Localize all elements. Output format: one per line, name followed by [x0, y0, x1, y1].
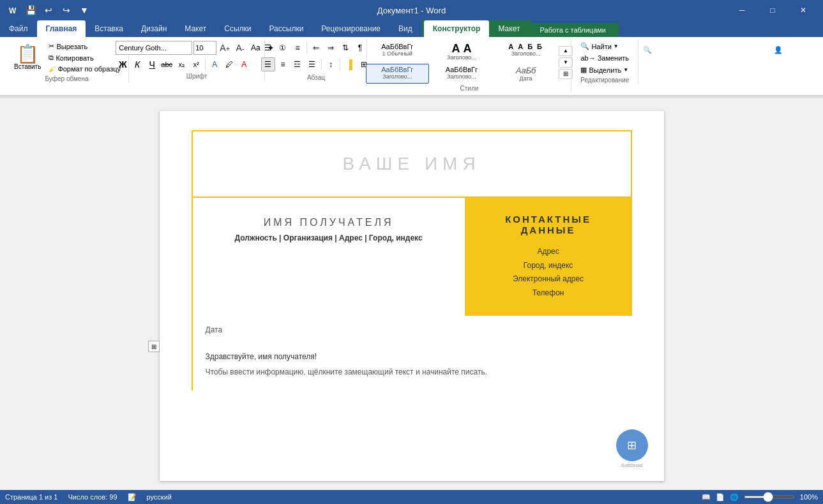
contact-phone[interactable]: Телефон	[478, 286, 619, 300]
replace-label: Заменить	[598, 54, 629, 62]
select-button[interactable]: ▦ Выделить ▼	[577, 64, 633, 75]
date-field[interactable]: Дата	[206, 325, 619, 334]
maximize-btn[interactable]: □	[758, 0, 787, 20]
contact-email[interactable]: Электронный адрес	[478, 272, 619, 286]
read-mode-icon[interactable]: 📖	[702, 493, 711, 501]
multilevel-btn[interactable]: ≡	[291, 41, 305, 55]
web-layout-icon[interactable]: 🌐	[730, 493, 739, 501]
replace-button[interactable]: ab→ Заменить	[577, 53, 633, 63]
sort-btn[interactable]: ⇅	[338, 41, 352, 55]
font-size-increase-btn[interactable]: A+	[218, 41, 232, 55]
scissors-icon: ✂	[49, 42, 54, 50]
tab-review[interactable]: Рецензирование	[312, 20, 389, 37]
italic-btn[interactable]: К	[130, 57, 144, 71]
contact-address[interactable]: Адрес	[478, 245, 619, 259]
search-icon: 🔍	[643, 46, 652, 54]
change-case-btn[interactable]: Aa	[248, 41, 262, 55]
style-date[interactable]: АаБб Дата	[494, 64, 557, 84]
styles-more[interactable]: ⊞	[559, 69, 573, 79]
tab-home[interactable]: Главная	[37, 20, 86, 37]
contact-cell: КОНТАКТНЫЕ ДАННЫЕ Адрес Город, индекс Эл…	[465, 198, 632, 316]
format-paint-button[interactable]: 🖌 Формат по образцу	[46, 64, 123, 74]
find-icon: 🔍	[580, 42, 589, 50]
font-size-input[interactable]	[193, 41, 216, 55]
your-name-text[interactable]: ВАШЕ ИМЯ	[206, 154, 618, 174]
quick-access-dropdown[interactable]: ▼	[77, 3, 92, 18]
svg-text:W: W	[9, 6, 17, 15]
style-heading4[interactable]: АаБбВвГг Заголово...	[430, 64, 494, 84]
print-layout-icon[interactable]: 📄	[716, 493, 725, 501]
align-right-btn[interactable]: ☲	[291, 57, 305, 71]
font-color-btn[interactable]: A	[237, 57, 251, 71]
tab-constructor[interactable]: Конструктор	[424, 20, 490, 37]
content-area: ⊞ ВАШЕ ИМЯ ИМЯ ПОЛУЧАТЕЛЯ Должность | Ор…	[0, 98, 823, 490]
zoom-slider[interactable]	[744, 496, 795, 498]
body-table: ИМЯ ПОЛУЧАТЕЛЯ Должность | Организация |…	[192, 198, 632, 316]
cut-label: Вырезать	[56, 43, 87, 50]
recipient-cell: ИМЯ ПОЛУЧАТЕЛЯ Должность | Организация |…	[192, 198, 465, 316]
zoom-level: 100%	[800, 493, 818, 501]
cut-button[interactable]: ✂ Вырезать	[46, 41, 123, 52]
greeting-text[interactable]: Здравствуйте, имя получателя!	[206, 352, 619, 361]
clipboard-group: 📋 Вставить ✂ Вырезать ⧉ Копировать 🖌 Фор…	[5, 40, 129, 83]
increase-indent-btn[interactable]: ⇒	[324, 41, 338, 55]
font-size-decrease-btn[interactable]: A-	[233, 41, 247, 55]
justify-btn[interactable]: ☰	[305, 57, 319, 71]
tab-insert[interactable]: Вставка	[86, 20, 132, 37]
minimize-btn[interactable]: ─	[727, 0, 757, 20]
font-name-input[interactable]	[116, 41, 192, 55]
show-marks-btn[interactable]: ¶	[353, 41, 367, 55]
text-effect-btn[interactable]: A	[208, 57, 222, 71]
style-heading3[interactable]: АаБбВвГг Заголово...	[366, 64, 429, 84]
table-tools-text: Работа с таблицами	[540, 26, 606, 34]
redo-btn[interactable]: ↪	[59, 3, 74, 18]
paste-button[interactable]: 📋 Вставить	[10, 41, 45, 74]
underline-btn[interactable]: Ч	[145, 57, 159, 71]
save-quick-btn[interactable]: 💾	[23, 3, 38, 18]
share-button[interactable]: 👤 Общий доступ	[767, 40, 815, 60]
tab-file[interactable]: Файл	[0, 20, 37, 37]
bold-btn[interactable]: Ж	[116, 57, 130, 71]
subscript-btn[interactable]: x₂	[174, 57, 188, 71]
style-heading1[interactable]: А А Заголово...	[430, 41, 494, 63]
close-btn[interactable]: ✕	[789, 0, 818, 20]
align-left-btn[interactable]: ☰	[261, 57, 275, 71]
contact-city[interactable]: Город, индекс	[478, 259, 619, 273]
find-button[interactable]: 🔍 Найти ▼	[577, 41, 633, 52]
styles-scroll-up[interactable]: ▲	[559, 46, 573, 56]
editing-group: 🔍 Найти ▼ ab→ Заменить ▦ Выделить ▼ Реда…	[571, 40, 638, 84]
paragraph-label: Абзац	[265, 74, 366, 82]
tab-design[interactable]: Дизайн	[132, 20, 176, 37]
tere-text: Te re	[753, 41, 762, 59]
tab-references[interactable]: Ссылки	[215, 20, 260, 37]
recipient-name-text[interactable]: ИМЯ ПОЛУЧАТЕЛЯ	[206, 217, 452, 228]
what-to-do-search[interactable]: 🔍	[638, 43, 748, 57]
tab-mailings[interactable]: Рассылки	[260, 20, 313, 37]
text-highlight-btn[interactable]: 🖊	[222, 57, 236, 71]
tab-layout2[interactable]: Макет	[489, 20, 529, 37]
shading-btn[interactable]: ▐	[342, 57, 356, 71]
word-icon[interactable]: W	[5, 3, 20, 18]
contact-info-text: Адрес Город, индекс Электронный адрес Те…	[478, 245, 619, 300]
decrease-indent-btn[interactable]: ⇐	[309, 41, 323, 55]
style-normal[interactable]: АаБбВвГг 1 Обычный	[366, 41, 429, 63]
strikethrough-btn[interactable]: abc	[160, 57, 174, 71]
recipient-details-text[interactable]: Должность | Организация | Адрес | Город,…	[206, 233, 452, 242]
find-dropdown-icon: ▼	[614, 43, 619, 49]
table-move-handle[interactable]: ⊞	[148, 341, 160, 352]
numbering-btn[interactable]: ①	[276, 41, 290, 55]
editing-label: Редактирование	[571, 77, 638, 84]
superscript-btn[interactable]: x²	[189, 57, 203, 71]
style-heading2[interactable]: А А Б Б Заголово...	[494, 41, 557, 63]
what-to-do-input[interactable]	[654, 46, 744, 54]
line-spacing-btn[interactable]: ↕	[324, 57, 338, 71]
tab-view[interactable]: Вид	[389, 20, 421, 37]
copy-button[interactable]: ⧉ Копировать	[46, 52, 123, 63]
styles-scroll-down[interactable]: ▼	[559, 57, 573, 68]
align-center-btn[interactable]: ≡	[276, 57, 290, 71]
tab-layout[interactable]: Макет	[176, 20, 215, 37]
copy-label: Копировать	[56, 54, 93, 62]
body-text[interactable]: Чтобы ввести информацию, щёлкните замеща…	[206, 366, 619, 378]
undo-btn[interactable]: ↩	[41, 3, 56, 18]
bullets-btn[interactable]: ☰	[261, 41, 275, 55]
